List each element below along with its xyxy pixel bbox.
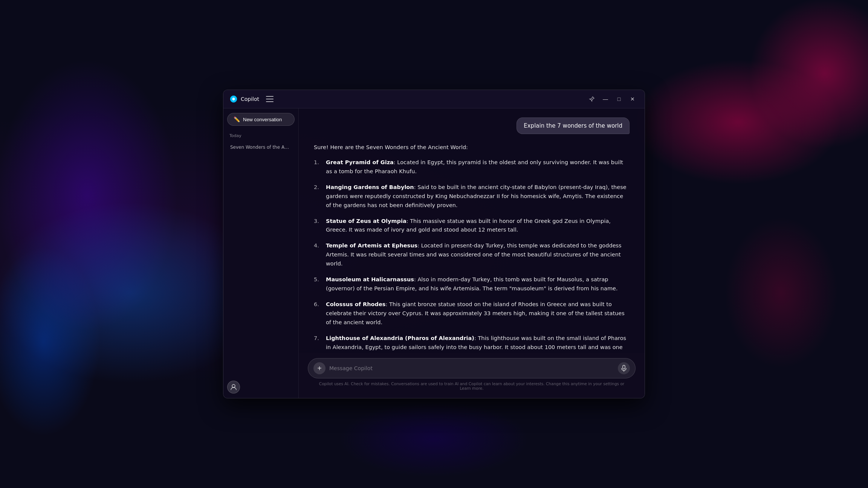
wonder-name: Lighthouse of Alexandria (Pharos of Alex…: [326, 335, 474, 341]
wonder-name: Temple of Artemis at Ephesus: [326, 242, 417, 249]
title-bar-left: Copilot: [229, 95, 274, 103]
title-bar-controls: — □ ✕: [586, 94, 639, 104]
close-button[interactable]: ✕: [627, 94, 639, 104]
wonder-number: 1.: [314, 158, 321, 167]
wonder-name: Great Pyramid of Giza: [326, 159, 394, 165]
app-window: Copilot — □ ✕ ✏️ New conversatio: [223, 90, 645, 398]
user-message-bubble: Explain the 7 wonders of the world: [517, 117, 630, 134]
today-section-label: Today: [227, 132, 295, 140]
svg-rect-1: [623, 365, 625, 369]
wonder-name: Mausoleum at Halicarnassus: [326, 276, 414, 282]
wonder-item-2: 2. Hanging Gardens of Babylon: Said to b…: [314, 183, 630, 210]
edit-icon: ✏️: [234, 116, 240, 122]
main-layout: ✏️ New conversation Today Seven Wonders …: [223, 108, 645, 398]
minimize-button[interactable]: —: [599, 94, 611, 104]
wonder-text: Hanging Gardens of Babylon: Said to be b…: [326, 183, 630, 210]
wonder-item-6: 6. Colossus of Rhodes: This giant bronze…: [314, 300, 630, 327]
wonder-item-5: 5. Mausoleum at Halicarnassus: Also in m…: [314, 275, 630, 293]
wonder-number: 7.: [314, 334, 321, 343]
wonder-name: Colossus of Rhodes: [326, 301, 385, 307]
history-item[interactable]: Seven Wonders of the Anc...: [227, 142, 295, 152]
new-conversation-label: New conversation: [243, 117, 282, 122]
title-bar: Copilot — □ ✕: [223, 90, 645, 108]
response-intro: Sure! Here are the Seven Wonders of the …: [314, 143, 630, 152]
wonder-number: 4.: [314, 241, 321, 250]
wonder-name: Statue of Zeus at Olympia: [326, 218, 406, 224]
content-area: Explain the 7 wonders of the world Sure!…: [299, 108, 645, 398]
assistant-response: Sure! Here are the Seven Wonders of the …: [314, 143, 630, 353]
wonder-item-4: 4. Temple of Artemis at Ephesus: Located…: [314, 241, 630, 268]
svg-point-0: [232, 384, 235, 387]
message-input[interactable]: [329, 365, 614, 371]
microphone-button[interactable]: [618, 362, 630, 374]
sidebar-bottom: [227, 376, 295, 393]
wonder-item-7: 7. Lighthouse of Alexandria (Pharos of A…: [314, 334, 630, 353]
wonder-name: Hanging Gardens of Babylon: [326, 184, 414, 190]
wonder-number: 6.: [314, 300, 321, 309]
wonder-text: Colossus of Rhodes: This giant bronze st…: [326, 300, 630, 327]
copilot-logo-icon: [229, 95, 238, 103]
wonders-list: 1. Great Pyramid of Giza: Located in Egy…: [314, 158, 630, 353]
pin-button[interactable]: [586, 94, 598, 104]
footer-disclaimer: Copilot uses AI. Check for mistakes. Con…: [308, 381, 636, 390]
user-avatar-button[interactable]: [227, 381, 240, 393]
wonder-number: 3.: [314, 217, 321, 226]
wonder-text: Statue of Zeus at Olympia: This massive …: [326, 217, 630, 235]
sidebar-toggle-button[interactable]: [266, 96, 274, 102]
maximize-button[interactable]: □: [613, 94, 625, 104]
app-title: Copilot: [241, 96, 259, 102]
wonder-item-1: 1. Great Pyramid of Giza: Located in Egy…: [314, 158, 630, 176]
wonder-text: Temple of Artemis at Ephesus: Located in…: [326, 241, 630, 268]
wonder-text: Lighthouse of Alexandria (Pharos of Alex…: [326, 334, 630, 353]
wonder-text: Mausoleum at Halicarnassus: Also in mode…: [326, 275, 630, 293]
new-conversation-button[interactable]: ✏️ New conversation: [227, 113, 295, 126]
sidebar: ✏️ New conversation Today Seven Wonders …: [223, 108, 299, 398]
input-row: +: [308, 358, 636, 378]
copilot-logo: Copilot: [229, 95, 259, 103]
input-area: + Copilot uses AI. Check for mistakes. C…: [299, 353, 645, 398]
wonder-item-3: 3. Statue of Zeus at Olympia: This massi…: [314, 217, 630, 235]
add-attachment-button[interactable]: +: [313, 362, 326, 374]
wonder-number: 2.: [314, 183, 321, 192]
wonder-number: 5.: [314, 275, 321, 284]
wonder-text: Great Pyramid of Giza: Located in Egypt,…: [326, 158, 630, 176]
chat-container: Explain the 7 wonders of the world Sure!…: [299, 108, 645, 353]
